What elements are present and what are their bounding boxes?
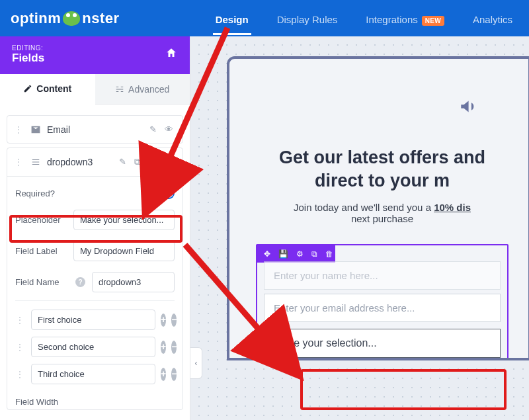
add-choice-button[interactable]: + bbox=[161, 341, 166, 354]
choices-list: ⋮ + − ⋮ + − ⋮ + − bbox=[15, 300, 175, 388]
list-icon bbox=[30, 157, 42, 167]
gear-icon[interactable]: ⚙ bbox=[296, 249, 304, 259]
preview-email-input[interactable]: Enter your email address here... bbox=[264, 294, 501, 322]
add-choice-button[interactable]: + bbox=[161, 368, 166, 381]
drag-handle-icon[interactable]: ⋮ bbox=[15, 315, 26, 325]
remove-choice-button[interactable]: − bbox=[171, 341, 177, 354]
top-nav: optinm nster Design Display Rules Integr… bbox=[0, 0, 529, 36]
field-dropdown-actions: ✎ ⧉ 👁 🗑 bbox=[116, 155, 176, 169]
megaphone-icon bbox=[256, 95, 509, 123]
home-icon[interactable] bbox=[165, 47, 178, 62]
preview-dropdown-select[interactable]: Make your selection... bbox=[264, 329, 501, 358]
field-email-actions: ✎ 👁 bbox=[147, 122, 176, 136]
edit-icon[interactable]: ✎ bbox=[147, 122, 159, 136]
nav-design[interactable]: Design bbox=[213, 2, 251, 34]
field-dropdown-header[interactable]: ⋮ dropdown3 ✎ ⧉ 👁 🗑 bbox=[7, 148, 183, 176]
drag-handle-icon[interactable]: ⋮ bbox=[15, 342, 26, 353]
logo: optinm nster bbox=[11, 10, 120, 27]
trash-icon[interactable]: 🗑 bbox=[162, 155, 176, 169]
remove-choice-button[interactable]: − bbox=[171, 314, 177, 327]
field-card-dropdown: ⋮ dropdown3 ✎ ⧉ 👁 🗑 Required? P bbox=[7, 147, 183, 410]
remove-choice-button[interactable]: − bbox=[171, 368, 177, 381]
canvas: ‹ Get our latest offers and direct to yo… bbox=[190, 36, 529, 420]
editing-header: EDITING: Fields bbox=[0, 36, 190, 74]
drag-handle-icon[interactable]: ⋮ bbox=[14, 124, 24, 135]
visibility-icon[interactable]: 👁 bbox=[145, 155, 159, 169]
left-panel: EDITING: Fields Content Advanced ⋮ Email bbox=[0, 36, 190, 420]
preview-name-input[interactable]: Enter your name here... bbox=[264, 261, 501, 290]
nav-display-rules[interactable]: Display Rules bbox=[274, 2, 341, 34]
logo-text-left: optinm bbox=[11, 10, 61, 27]
pencil-icon bbox=[23, 84, 32, 93]
trash-icon[interactable]: 🗑 bbox=[325, 249, 333, 259]
tab-content[interactable]: Content bbox=[0, 74, 95, 105]
choice-input-3[interactable] bbox=[31, 364, 155, 384]
placeholder-input[interactable] bbox=[73, 210, 175, 230]
choice-input-1[interactable] bbox=[31, 310, 155, 330]
panel-body: ⋮ Email ✎ 👁 ⋮ dropdown3 ✎ bbox=[0, 105, 190, 420]
placeholder-row: Placeholder bbox=[15, 204, 175, 235]
add-choice-button[interactable]: + bbox=[161, 314, 166, 327]
nav-analytics[interactable]: Analytics bbox=[470, 2, 515, 34]
move-icon[interactable]: ✥ bbox=[264, 249, 270, 259]
collapse-panel-button[interactable]: ‹ bbox=[190, 347, 202, 379]
required-row: Required? bbox=[15, 182, 175, 204]
fieldlabel-row: Field Label bbox=[15, 235, 175, 267]
editing-title: Fields bbox=[12, 52, 44, 65]
preview-subline: Join today and we'll send you a 10% dis … bbox=[256, 202, 509, 224]
envelope-icon bbox=[30, 125, 42, 134]
save-icon[interactable]: 💾 bbox=[278, 249, 288, 259]
field-dropdown-label: dropdown3 bbox=[47, 157, 93, 167]
fieldname-input[interactable] bbox=[92, 272, 175, 292]
sliders-icon bbox=[115, 85, 124, 94]
copy-icon[interactable]: ⧉ bbox=[311, 249, 317, 259]
visibility-icon[interactable]: 👁 bbox=[162, 122, 176, 136]
fieldname-row: Field Name? bbox=[15, 267, 175, 298]
field-card-email[interactable]: ⋮ Email ✎ 👁 bbox=[7, 115, 183, 144]
fieldlabel-input[interactable] bbox=[73, 241, 175, 261]
preview-headline: Get our latest offers and direct to your… bbox=[256, 146, 509, 192]
preview-card: Get our latest offers and direct to your… bbox=[227, 56, 529, 360]
block-toolbar: ✥ 💾 ⚙ ⧉ 🗑 bbox=[257, 245, 335, 263]
monster-icon bbox=[63, 11, 80, 26]
panel-tabs: Content Advanced bbox=[0, 74, 190, 105]
required-toggle[interactable] bbox=[152, 187, 175, 199]
choice-row: ⋮ + − bbox=[15, 333, 175, 360]
choice-row: ⋮ + − bbox=[15, 360, 175, 388]
tab-advanced[interactable]: Advanced bbox=[95, 74, 190, 104]
copy-icon[interactable]: ⧉ bbox=[132, 155, 143, 169]
editing-label: EDITING: bbox=[12, 44, 44, 52]
edit-icon[interactable]: ✎ bbox=[116, 155, 129, 169]
drag-handle-icon[interactable]: ⋮ bbox=[14, 157, 24, 167]
choice-input-2[interactable] bbox=[31, 337, 155, 357]
preview-form-block[interactable]: ✥ 💾 ⚙ ⧉ 🗑 Enter your name here... Enter … bbox=[256, 244, 509, 360]
help-icon[interactable]: ? bbox=[75, 277, 85, 287]
choice-row: ⋮ + − bbox=[15, 306, 175, 333]
nav-integrations[interactable]: IntegrationsNEW bbox=[363, 2, 447, 34]
badge-new: NEW bbox=[422, 16, 444, 26]
logo-text-right: nster bbox=[82, 10, 119, 27]
nav-tabs: Design Display Rules IntegrationsNEW Ana… bbox=[213, 2, 518, 34]
field-email-label: Email bbox=[47, 124, 70, 135]
drag-handle-icon[interactable]: ⋮ bbox=[15, 369, 26, 380]
field-width-label: Field Width bbox=[7, 390, 183, 409]
